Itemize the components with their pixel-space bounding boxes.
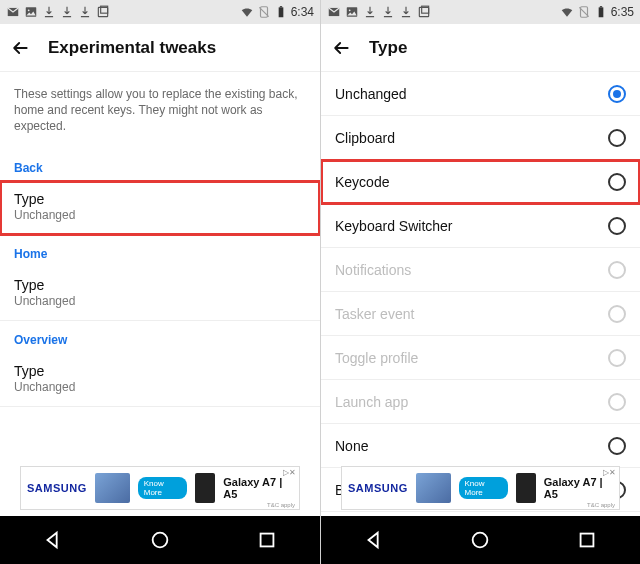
ad-terms: T&C apply <box>267 502 295 508</box>
navigation-bar <box>321 516 640 564</box>
advertisement[interactable]: SAMSUNG Know More Galaxy A7 | A5 ▷✕ T&C … <box>20 466 300 510</box>
type-preference[interactable]: TypeUnchanged <box>0 353 320 407</box>
battery-icon <box>594 5 608 19</box>
nav-back-button[interactable] <box>361 527 387 553</box>
nav-home-button[interactable] <box>467 527 493 553</box>
gmail-icon <box>327 5 341 19</box>
type-option[interactable]: Clipboard <box>321 116 640 160</box>
svg-rect-7 <box>279 6 281 7</box>
status-time: 6:35 <box>611 5 634 19</box>
type-option[interactable]: None <box>321 424 640 468</box>
option-label: Notifications <box>335 262 411 278</box>
option-label: Tasker event <box>335 306 414 322</box>
nav-back-button[interactable] <box>40 527 66 553</box>
svg-rect-19 <box>580 534 593 547</box>
adchoices-icon[interactable]: ▷✕ <box>283 468 296 477</box>
pref-summary: Unchanged <box>14 380 306 394</box>
pref-title: Type <box>14 363 306 379</box>
back-arrow-icon[interactable] <box>331 38 351 58</box>
left-screen: 6:34 Experimental tweaks These settings … <box>0 0 320 564</box>
svg-rect-6 <box>278 7 283 17</box>
no-sim-icon <box>257 5 271 19</box>
radio-button-icon[interactable] <box>608 85 626 103</box>
battery-icon <box>274 5 288 19</box>
type-option[interactable]: Keycode <box>321 160 640 204</box>
type-option: Launch app <box>321 380 640 424</box>
svg-rect-2 <box>98 7 107 16</box>
svg-rect-9 <box>260 534 273 547</box>
advertisement[interactable]: SAMSUNG Know More Galaxy A7 | A5 ▷✕ T&C … <box>341 466 620 510</box>
radio-button-icon <box>608 393 626 411</box>
radio-button-icon[interactable] <box>608 217 626 235</box>
download-icon <box>60 5 74 19</box>
download-icon <box>381 5 395 19</box>
navigation-bar <box>0 516 320 564</box>
app-bar: Type <box>321 24 640 72</box>
section-header-overview: Overview <box>0 321 320 353</box>
pref-title: Type <box>14 277 306 293</box>
download-icon <box>42 5 56 19</box>
ad-product-image <box>195 473 215 503</box>
wifi-icon <box>240 5 254 19</box>
screenshot-icon <box>96 5 110 19</box>
option-label: None <box>335 438 368 454</box>
type-option[interactable]: Unchanged <box>321 72 640 116</box>
svg-point-11 <box>349 9 351 11</box>
right-screen: 6:35 Type UnchangedClipboardKeycodeKeybo… <box>320 0 640 564</box>
radio-button-icon[interactable] <box>608 129 626 147</box>
option-label: Keyboard Switcher <box>335 218 453 234</box>
option-label: Clipboard <box>335 130 395 146</box>
ad-cta-button[interactable]: Know More <box>459 477 508 499</box>
svg-rect-17 <box>599 6 601 7</box>
radio-button-icon <box>608 261 626 279</box>
app-bar: Experimental tweaks <box>0 24 320 72</box>
wifi-icon <box>560 5 574 19</box>
ad-product-image <box>516 473 536 503</box>
ad-thumbnail <box>416 473 451 503</box>
svg-point-8 <box>153 533 168 548</box>
status-bar: 6:34 <box>0 0 320 24</box>
adchoices-icon[interactable]: ▷✕ <box>603 468 616 477</box>
option-label: Unchanged <box>335 86 407 102</box>
option-label: Toggle profile <box>335 350 418 366</box>
nav-home-button[interactable] <box>147 527 173 553</box>
gmail-icon <box>6 5 20 19</box>
ad-brand: SAMSUNG <box>27 482 87 494</box>
download-icon <box>78 5 92 19</box>
ad-thumbnail <box>95 473 130 503</box>
section-header-home: Home <box>0 235 320 267</box>
screenshot-icon <box>417 5 431 19</box>
ad-brand: SAMSUNG <box>348 482 408 494</box>
type-option[interactable]: Keyboard Switcher <box>321 204 640 248</box>
download-icon <box>399 5 413 19</box>
no-sim-icon <box>577 5 591 19</box>
app-bar-title: Experimental tweaks <box>48 38 216 58</box>
download-icon <box>363 5 377 19</box>
pref-summary: Unchanged <box>14 208 306 222</box>
image-icon <box>345 5 359 19</box>
pref-summary: Unchanged <box>14 294 306 308</box>
section-header-back: Back <box>0 149 320 181</box>
ad-terms: T&C apply <box>587 502 615 508</box>
svg-rect-12 <box>419 7 428 16</box>
radio-button-icon <box>608 349 626 367</box>
status-time: 6:34 <box>291 5 314 19</box>
option-label: Launch app <box>335 394 408 410</box>
option-label: Keycode <box>335 174 389 190</box>
ad-cta-button[interactable]: Know More <box>138 477 187 499</box>
type-option: Tasker event <box>321 292 640 336</box>
status-bar: 6:35 <box>321 0 640 24</box>
radio-button-icon[interactable] <box>608 173 626 191</box>
ad-product-name: Galaxy A7 | A5 <box>544 476 613 500</box>
type-preference[interactable]: TypeUnchanged <box>0 181 320 235</box>
settings-description: These settings allow you to replace the … <box>0 72 320 149</box>
image-icon <box>24 5 38 19</box>
back-arrow-icon[interactable] <box>10 38 30 58</box>
nav-recents-button[interactable] <box>574 527 600 553</box>
svg-point-18 <box>473 533 488 548</box>
radio-button-icon[interactable] <box>608 437 626 455</box>
radio-button-icon <box>608 305 626 323</box>
app-bar-title: Type <box>369 38 407 58</box>
type-preference[interactable]: TypeUnchanged <box>0 267 320 321</box>
nav-recents-button[interactable] <box>254 527 280 553</box>
